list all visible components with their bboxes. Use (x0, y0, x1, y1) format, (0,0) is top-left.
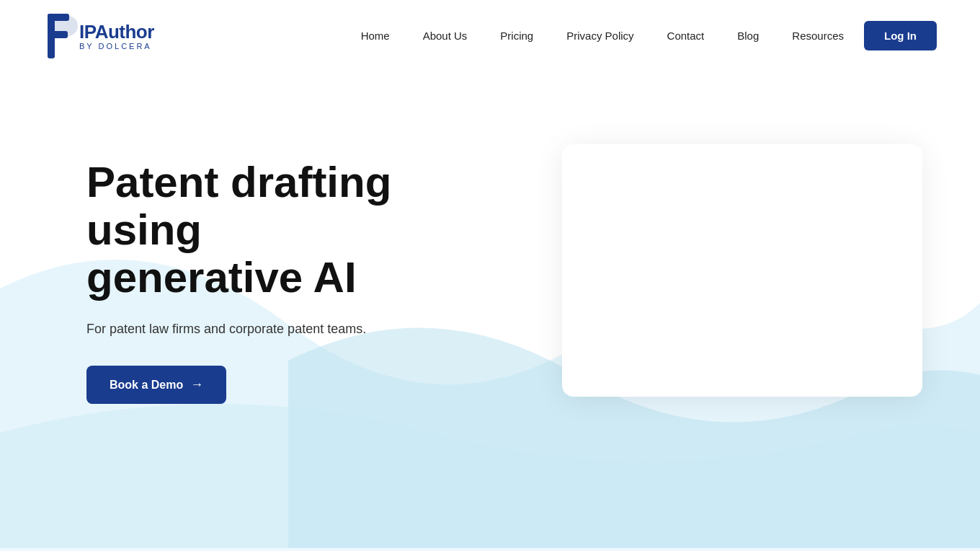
nav-item-login[interactable]: Log In (864, 30, 937, 43)
hero-title-line2: generative AI (86, 253, 357, 301)
nav-link-about[interactable]: About Us (410, 24, 481, 48)
logo-main-text: IPAuthor (79, 22, 154, 41)
nav-item-resources[interactable]: Resources (779, 30, 857, 43)
nav-link-contact[interactable]: Contact (654, 24, 718, 48)
book-demo-button[interactable]: Book a Demo → (86, 366, 226, 404)
nav-item-contact[interactable]: Contact (654, 30, 718, 43)
nav-link-pricing[interactable]: Pricing (487, 24, 546, 48)
hero-subtitle: For patent law firms and corporate paten… (86, 322, 504, 337)
nav-link-resources[interactable]: Resources (779, 24, 857, 48)
hero-card (562, 144, 922, 397)
logo-sub-text: BY DOLCERA (79, 43, 154, 50)
nav-item-blog[interactable]: Blog (724, 30, 772, 43)
navbar: IPAuthor BY DOLCERA Home About Us Pricin… (0, 0, 980, 72)
logo[interactable]: IPAuthor BY DOLCERA (43, 7, 154, 65)
nav-item-about[interactable]: About Us (410, 30, 481, 43)
nav-link-home[interactable]: Home (348, 24, 403, 48)
hero-section: Patent drafting using generative AI For … (0, 72, 980, 548)
book-demo-label: Book a Demo (110, 379, 183, 392)
bottom-section: IPAuthor Sign In Log out (0, 548, 980, 551)
hero-title-line1: Patent drafting using (86, 158, 391, 254)
hero-content: Patent drafting using generative AI For … (0, 72, 980, 447)
logo-icon (43, 7, 79, 65)
nav-links: Home About Us Pricing Privacy Policy Con… (348, 30, 937, 43)
nav-item-home[interactable]: Home (348, 30, 403, 43)
nav-item-privacy[interactable]: Privacy Policy (553, 30, 646, 43)
nav-link-privacy[interactable]: Privacy Policy (553, 24, 646, 48)
nav-link-blog[interactable]: Blog (724, 24, 772, 48)
nav-item-pricing[interactable]: Pricing (487, 30, 546, 43)
hero-left: Patent drafting using generative AI For … (86, 130, 504, 404)
arrow-right-icon: → (190, 377, 203, 392)
login-button[interactable]: Log In (864, 21, 937, 50)
hero-title: Patent drafting using generative AI (86, 159, 504, 301)
logo-text: IPAuthor BY DOLCERA (79, 22, 154, 50)
